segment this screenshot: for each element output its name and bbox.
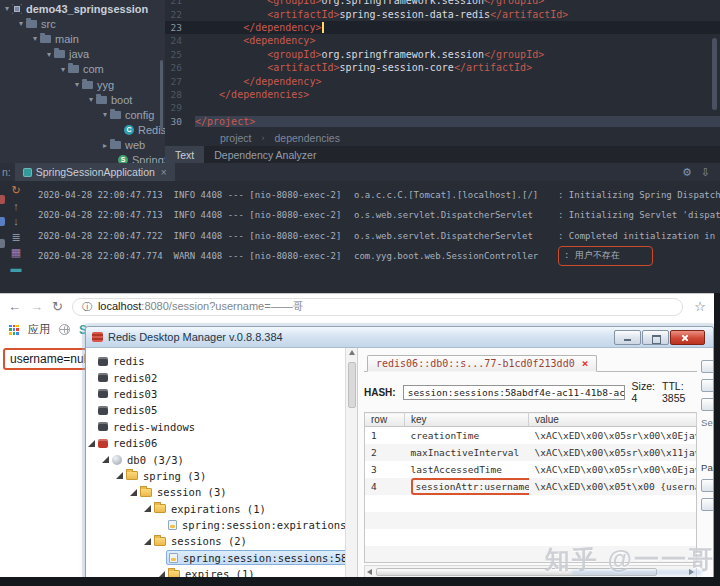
project-tree-item-yyg[interactable]: ▾ yyg	[0, 77, 165, 92]
arrow-down-icon[interactable]: ↓	[13, 215, 19, 227]
info-icon[interactable]: ⓘ	[82, 300, 92, 314]
back-icon[interactable]: ←	[8, 299, 21, 314]
soft-wrap-icon[interactable]: ≣	[11, 231, 20, 243]
table-row-highlighted[interactable]: 4 sessionAttr:username \xAC\xED\x00\x05t…	[365, 478, 697, 495]
rdm-tree-item-redis-windows[interactable]: redis-windows	[86, 419, 357, 435]
chevron-down-icon[interactable]: ▾	[2, 4, 12, 13]
project-tree-item-web[interactable]: ▸ web	[0, 138, 165, 153]
expand-triangle-icon[interactable]	[102, 456, 109, 463]
rdm-tree-item-session-key-selected[interactable]: spring:session:sessions:58abdf4e-ac11-41…	[86, 550, 357, 566]
chevron-down-icon[interactable]: ▾	[100, 110, 110, 119]
rdm-titlebar[interactable]: Redis Desktop Manager v.0.8.8.384	[86, 327, 713, 348]
project-tree-item-java[interactable]: ▾ java	[0, 47, 165, 62]
side-button[interactable]	[701, 360, 713, 373]
bookmark-star-icon[interactable]: ☆	[694, 299, 706, 314]
rdm-tree-item-expirations[interactable]: expirations (1)	[86, 501, 357, 517]
tree-item-label: yyg	[97, 79, 114, 91]
reload-icon[interactable]: ↻	[52, 299, 63, 314]
rerun-icon[interactable]: ↻	[11, 184, 20, 196]
chevron-down-icon[interactable]: ▾	[86, 95, 96, 104]
download-icon[interactable]: ⇩	[701, 166, 710, 179]
table-row[interactable]: 2 maxInactiveInterval \xAC\xED\x00\x05sr…	[365, 444, 697, 461]
project-tree-item-src[interactable]: ▾ src	[0, 16, 165, 31]
tab-dependency-analyzer[interactable]: Dependency Analyzer	[204, 146, 326, 163]
chevron-down-icon[interactable]: ▾	[44, 50, 54, 59]
breadcrumb-project[interactable]: project	[220, 132, 252, 144]
scroll-up-icon[interactable]	[349, 350, 355, 355]
header-row[interactable]: row	[365, 413, 405, 427]
side-button[interactable]	[701, 498, 713, 511]
chevron-down-icon[interactable]: ▾	[30, 34, 40, 43]
chevron-down-icon[interactable]: ▾	[58, 65, 68, 74]
close-icon[interactable]: ×	[161, 167, 167, 178]
header-key[interactable]: key	[405, 413, 529, 427]
minimize-button[interactable]	[614, 330, 641, 345]
side-button[interactable]	[701, 379, 713, 392]
project-tree-item-main[interactable]: ▾ main	[0, 31, 165, 46]
header-value[interactable]: value	[529, 413, 697, 427]
run-tab-springsessionapplication[interactable]: SpringSessionApplication ×	[15, 163, 175, 181]
rdm-tree-item-redis02[interactable]: redis02	[86, 369, 357, 385]
log-line: 2020-04-28 22:00:47.713 INFO 4408 --- [n…	[38, 205, 720, 225]
side-button[interactable]	[701, 479, 713, 492]
chevron-down-icon[interactable]: ▾	[72, 80, 82, 89]
globe-icon[interactable]	[59, 324, 70, 335]
tab-text[interactable]: Text	[165, 146, 204, 163]
rdm-tree-item-redis06[interactable]: redis06	[86, 435, 357, 451]
rdm-tree-item-sessions[interactable]: sessions (2)	[86, 533, 357, 549]
gear-icon[interactable]: ⚙	[682, 166, 692, 179]
close-button[interactable]	[670, 330, 705, 345]
key-tab[interactable]: redis06::db0::s...77-b1cd0f213dd0 ×	[367, 355, 597, 372]
project-tree-item-config[interactable]: ▾ config	[0, 107, 165, 122]
apps-grid-icon[interactable]	[9, 325, 19, 335]
clear-icon[interactable]: ▬	[11, 262, 22, 274]
expand-triangle-icon[interactable]	[130, 489, 137, 496]
chevron-right-icon[interactable]: ▸	[100, 141, 110, 150]
code-editor[interactable]: 21 <groupId>org.springframework.session<…	[165, 0, 720, 130]
rdm-tree-item-redis03[interactable]: redis03	[86, 386, 357, 402]
editor-scrollbar[interactable]	[712, 38, 717, 110]
address-bar[interactable]: ⓘ localhost:8080/session?username=——哥	[72, 298, 683, 316]
project-tree-item-com[interactable]: ▾ com	[0, 62, 165, 77]
rdm-tree-item-expires[interactable]: expires (1)	[86, 566, 357, 577]
hash-values-table[interactable]: row key value 1 creationTime \xAC\xED\x0…	[364, 412, 697, 563]
log-line-warn: 2020-04-28 22:00:47.774 WARN 4408 --- [n…	[38, 246, 720, 266]
code-line: 24 <dependency>	[165, 34, 720, 47]
project-tree-item-root[interactable]: ▾ demo43_springsession	[0, 1, 165, 16]
project-tree-item-springsessi[interactable]: SpringSessi	[0, 153, 165, 163]
settings-icon[interactable]: ▦	[11, 246, 21, 258]
expand-triangle-icon[interactable]	[144, 538, 151, 545]
breadcrumb-dependencies[interactable]: dependencies	[275, 132, 340, 144]
code-text: <groupId>org.springframework.session</gr…	[195, 0, 720, 6]
close-icon[interactable]: ×	[582, 359, 589, 368]
expand-triangle-icon[interactable]	[144, 505, 151, 512]
maximize-button[interactable]	[642, 330, 669, 345]
key-name-input[interactable]: session:sessions:58abdf4e-ac11-41b8-ac77…	[403, 385, 625, 400]
expand-triangle-icon[interactable]	[88, 440, 95, 447]
project-tree-item-boot[interactable]: ▾ boot	[0, 92, 165, 107]
rdm-connection-tree[interactable]: redis redis02 redis03 redis05 redis-wind…	[86, 348, 358, 577]
scrollbar-thumb[interactable]	[348, 362, 356, 408]
scroll-left-icon[interactable]	[367, 569, 372, 575]
rdm-tree-item-redis[interactable]: redis	[86, 353, 357, 369]
rdm-tree-item-redis05[interactable]: redis05	[86, 402, 357, 418]
rdm-tree-item-expirations-key[interactable]: spring:session:expirations:1588086060000	[86, 517, 357, 533]
console-log[interactable]: 2020-04-28 22:00:47.713 INFO 4408 --- [n…	[38, 185, 720, 266]
rdm-title: Redis Desktop Manager v.0.8.8.384	[108, 331, 283, 343]
rdm-tree-item-session[interactable]: session (3)	[86, 484, 357, 500]
project-tree-item-redishtt[interactable]: RedisHtt	[0, 123, 165, 138]
run-label: n:	[2, 166, 11, 178]
chevron-down-icon[interactable]: ▾	[16, 19, 26, 28]
expand-triangle-icon[interactable]	[116, 472, 123, 479]
tree-scrollbar[interactable]	[345, 348, 357, 577]
apps-label[interactable]: 应用	[28, 322, 50, 337]
log-line: 2020-04-28 22:00:47.713 INFO 4408 --- [n…	[38, 185, 720, 205]
arrow-up-icon[interactable]: ↑	[13, 200, 19, 212]
project-scrollbar[interactable]	[160, 60, 163, 130]
rdm-tree-item-db0[interactable]: db0 (3/3)	[86, 451, 357, 467]
table-row[interactable]: 3 lastAccessedTime \xAC\xED\x00\x05sr\x0…	[365, 461, 697, 478]
rdm-tree-item-spring[interactable]: spring (3)	[86, 468, 357, 484]
side-button[interactable]	[701, 398, 713, 411]
forward-icon[interactable]: →	[30, 299, 43, 314]
table-row[interactable]: 1 creationTime \xAC\xED\x00\x05sr\x00\x0…	[365, 427, 697, 444]
